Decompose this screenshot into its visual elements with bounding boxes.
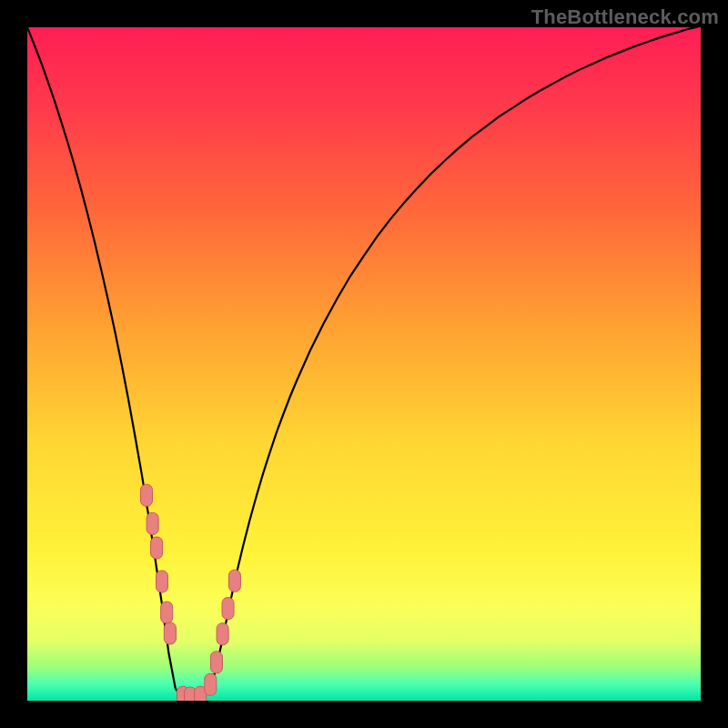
curve-marker	[228, 570, 240, 592]
chart-frame: TheBottleneck.com	[0, 0, 728, 728]
watermark-text: TheBottleneck.com	[531, 5, 719, 29]
curve-marker	[157, 571, 168, 592]
curve-marker	[161, 602, 173, 623]
curve-marker	[210, 652, 222, 673]
curve-marker	[205, 673, 217, 695]
curve-marker	[217, 623, 228, 645]
gradient-background	[27, 27, 701, 701]
plot-area	[27, 27, 701, 701]
bottleneck-curve-chart	[27, 27, 701, 701]
curve-marker	[140, 484, 152, 506]
curve-marker	[164, 622, 176, 644]
curve-marker	[151, 537, 163, 559]
curve-marker	[147, 512, 158, 534]
curve-marker	[222, 598, 234, 620]
